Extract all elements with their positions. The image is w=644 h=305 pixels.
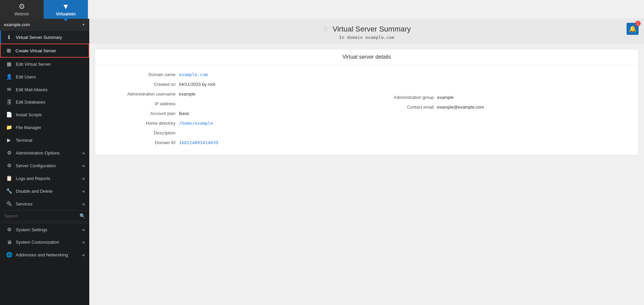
sidebar-item-create-virtual-server[interactable]: ⊞ Create Virtual Server bbox=[0, 44, 89, 58]
server-configuration-label: Server Configuration bbox=[16, 163, 79, 168]
logs-and-reports-icon: 📋 bbox=[6, 175, 12, 181]
server-configuration-arrow-icon: ◀ bbox=[82, 164, 85, 168]
detail-value: example bbox=[179, 92, 195, 97]
detail-label: Description bbox=[108, 130, 176, 135]
virtualmin-nav-button[interactable]: ▼ Virtualmin bbox=[44, 0, 88, 19]
virtual-server-summary-label: Virtual Server Summary bbox=[16, 35, 85, 40]
detail-row: Contact email example@example.com bbox=[367, 103, 625, 111]
sidebar-item-system-customization[interactable]: 🖥 System Customization ◀ bbox=[0, 236, 89, 248]
create-virtual-server-icon: ⊞ bbox=[5, 48, 12, 54]
edit-databases-label: Edit Databases bbox=[16, 100, 85, 105]
search-input[interactable] bbox=[4, 213, 77, 219]
install-scripts-label: Install Scripts bbox=[16, 112, 85, 117]
system-settings-label: System Settings bbox=[16, 227, 79, 232]
sidebar: example.com ▼ ℹ Virtual Server Summary ⊞… bbox=[0, 19, 89, 305]
search-icon: 🔍 bbox=[80, 213, 85, 219]
sidebar-item-edit-virtual-server[interactable]: ▦ Edit Virtual Server bbox=[0, 58, 89, 70]
disable-and-delete-label: Disable and Delete bbox=[16, 189, 79, 194]
sidebar-item-system-settings[interactable]: ⚙ System Settings ◀ bbox=[0, 223, 89, 236]
domain-selector[interactable]: example.com ▼ bbox=[0, 19, 89, 31]
edit-mail-aliases-label: Edit Mail Aliases bbox=[16, 87, 85, 92]
services-label: Services bbox=[16, 201, 79, 206]
sidebar-item-disable-and-delete[interactable]: 🔧 Disable and Delete ◀ bbox=[0, 185, 89, 197]
sidebar-item-edit-users[interactable]: 👤 Edit Users bbox=[0, 70, 89, 83]
sidebar-item-addresses-and-networking[interactable]: 🌐 Addresses and Networking ◀ bbox=[0, 248, 89, 261]
sidebar-item-services[interactable]: 🔌 Services ◀ bbox=[0, 197, 89, 210]
virtualmin-icon: ▼ bbox=[62, 2, 69, 11]
file-manager-label: File Manager bbox=[16, 125, 85, 130]
webmin-icon: ⚙ bbox=[18, 2, 25, 11]
page-subtitle: In domain example.com bbox=[89, 35, 644, 40]
detail-value: example.com bbox=[179, 72, 208, 77]
sidebar-item-edit-mail-aliases[interactable]: ✉ Edit Mail Aliases bbox=[0, 83, 89, 96]
sidebar-item-file-manager[interactable]: 📁 File Manager bbox=[0, 121, 89, 134]
detail-label: Contact email bbox=[367, 105, 434, 110]
detail-label: Administration group bbox=[367, 95, 434, 100]
system-customization-label: System Customization bbox=[16, 240, 79, 245]
detail-row: Administration group example bbox=[367, 93, 625, 102]
detail-label: IP address bbox=[108, 101, 176, 106]
disable-and-delete-arrow-icon: ◀ bbox=[82, 189, 85, 193]
logs-and-reports-arrow-icon: ◀ bbox=[82, 177, 85, 180]
webmin-label: Webmin bbox=[14, 12, 29, 16]
edit-users-label: Edit Users bbox=[16, 74, 85, 79]
edit-databases-icon: 🗄 bbox=[6, 99, 12, 105]
sidebar-bottom-items: ⚙ System Settings ◀ 🖥 System Customizati… bbox=[0, 223, 89, 261]
detail-row: Home directory /home/example bbox=[108, 119, 367, 127]
top-nav: ⚙ Webmin ▼ Virtualmin bbox=[0, 0, 644, 19]
details-right-col: Administration group example Contact ema… bbox=[367, 70, 625, 147]
sidebar-item-server-configuration[interactable]: ⚙ Server Configuration ◀ bbox=[0, 159, 89, 172]
sidebar-item-administration-options[interactable]: ⚙ Administration Options ◀ bbox=[0, 146, 89, 159]
page-header: ☆ Virtual Server Summary In domain examp… bbox=[89, 19, 644, 44]
detail-row: Domain ID 168124893414639 bbox=[108, 138, 367, 147]
detail-label: Home directory bbox=[108, 121, 176, 126]
card-title: Virtual server details bbox=[95, 49, 638, 65]
star-icon[interactable]: ☆ bbox=[323, 25, 329, 34]
detail-value: example@example.com bbox=[437, 105, 484, 110]
sidebar-item-virtual-server-summary[interactable]: ℹ Virtual Server Summary bbox=[0, 31, 89, 44]
disable-and-delete-icon: 🔧 bbox=[6, 188, 12, 194]
chevron-down-icon: ▼ bbox=[82, 23, 85, 26]
virtual-server-summary-icon: ℹ bbox=[6, 34, 12, 40]
detail-label: Domain ID bbox=[108, 140, 176, 145]
addresses-and-networking-arrow-icon: ◀ bbox=[82, 253, 85, 257]
install-scripts-icon: 📄 bbox=[6, 112, 12, 118]
edit-mail-aliases-icon: ✉ bbox=[6, 86, 12, 93]
file-manager-icon: 📁 bbox=[6, 124, 12, 130]
sidebar-nav-items: ℹ Virtual Server Summary ⊞ Create Virtua… bbox=[0, 31, 89, 210]
detail-value: 04/11/2023 by root bbox=[179, 82, 215, 87]
sidebar-item-logs-and-reports[interactable]: 📋 Logs and Reports ◀ bbox=[0, 172, 89, 185]
logs-and-reports-label: Logs and Reports bbox=[16, 176, 79, 181]
detail-value: 168124893414639 bbox=[179, 140, 218, 145]
detail-label: Account plan bbox=[108, 111, 176, 116]
addresses-and-networking-label: Addresses and Networking bbox=[16, 252, 79, 257]
notification-bell[interactable]: 🔔 1 bbox=[627, 23, 639, 35]
create-virtual-server-label: Create Virtual Server bbox=[15, 48, 84, 53]
detail-value: /home/example bbox=[179, 121, 213, 126]
system-customization-icon: 🖥 bbox=[6, 239, 12, 245]
services-arrow-icon: ◀ bbox=[82, 202, 85, 206]
administration-options-arrow-icon: ◀ bbox=[82, 151, 85, 155]
sidebar-search-box: 🔍 bbox=[0, 210, 89, 222]
sidebar-item-install-scripts[interactable]: 📄 Install Scripts bbox=[0, 108, 89, 121]
detail-row: Description bbox=[108, 129, 367, 137]
detail-label: Created on bbox=[108, 82, 176, 87]
details-table: Domain name example.com Created on 04/11… bbox=[95, 65, 638, 155]
detail-label: Administration username bbox=[108, 92, 176, 97]
details-left-col: Domain name example.com Created on 04/11… bbox=[108, 70, 367, 147]
sidebar-item-terminal[interactable]: ▶ Terminal bbox=[0, 134, 89, 146]
terminal-label: Terminal bbox=[16, 138, 85, 143]
detail-row: Domain name example.com bbox=[108, 70, 367, 79]
detail-value: Basic bbox=[179, 111, 190, 116]
system-settings-arrow-icon: ◀ bbox=[82, 228, 85, 232]
detail-label: Domain name bbox=[108, 72, 176, 77]
edit-users-icon: 👤 bbox=[6, 74, 12, 80]
server-details-card: Virtual server details Domain name examp… bbox=[95, 49, 639, 155]
sidebar-item-edit-databases[interactable]: 🗄 Edit Databases bbox=[0, 96, 89, 108]
addresses-and-networking-icon: 🌐 bbox=[6, 252, 12, 258]
server-configuration-icon: ⚙ bbox=[6, 163, 12, 169]
webmin-nav-button[interactable]: ⚙ Webmin bbox=[0, 0, 44, 19]
main-content: ☆ Virtual Server Summary In domain examp… bbox=[89, 19, 644, 305]
detail-row: Account plan Basic bbox=[108, 109, 367, 118]
administration-options-label: Administration Options bbox=[16, 150, 79, 156]
